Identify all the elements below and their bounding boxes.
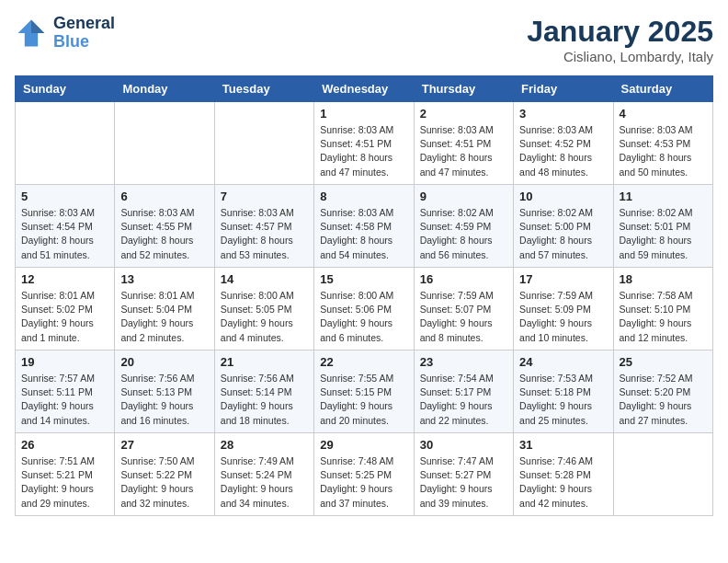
day-content: Sunrise: 8:02 AM Sunset: 4:59 PM Dayligh…	[420, 206, 507, 262]
title-block: January 2025 Cisliano, Lombardy, Italy	[527, 15, 713, 64]
day-content: Sunrise: 7:54 AM Sunset: 5:17 PM Dayligh…	[420, 372, 507, 428]
col-header-saturday: Saturday	[613, 76, 712, 102]
calendar-cell: 3Sunrise: 8:03 AM Sunset: 4:52 PM Daylig…	[514, 102, 613, 185]
day-number: 17	[519, 272, 607, 286]
calendar-cell: 24Sunrise: 7:53 AM Sunset: 5:18 PM Dayli…	[514, 350, 613, 433]
day-number: 27	[120, 438, 208, 452]
day-number: 29	[320, 438, 407, 452]
calendar-week-row: 5Sunrise: 8:03 AM Sunset: 4:54 PM Daylig…	[16, 185, 713, 268]
day-content: Sunrise: 7:47 AM Sunset: 5:27 PM Dayligh…	[420, 454, 507, 511]
calendar-cell: 8Sunrise: 8:03 AM Sunset: 4:58 PM Daylig…	[314, 185, 414, 268]
calendar-cell: 4Sunrise: 8:03 AM Sunset: 4:53 PM Daylig…	[613, 102, 712, 185]
day-content: Sunrise: 7:53 AM Sunset: 5:18 PM Dayligh…	[519, 372, 607, 428]
calendar-cell: 16Sunrise: 7:59 AM Sunset: 5:07 PM Dayli…	[414, 268, 513, 350]
day-number: 25	[620, 355, 707, 369]
col-header-monday: Monday	[115, 76, 214, 102]
calendar-week-row: 19Sunrise: 7:57 AM Sunset: 5:11 PM Dayli…	[16, 350, 713, 433]
calendar-cell: 29Sunrise: 7:48 AM Sunset: 5:25 PM Dayli…	[314, 433, 414, 516]
logo-line2: Blue	[53, 33, 115, 52]
day-number: 9	[420, 190, 507, 203]
calendar-cell	[16, 102, 115, 185]
col-header-wednesday: Wednesday	[314, 76, 414, 102]
day-content: Sunrise: 8:03 AM Sunset: 4:53 PM Dayligh…	[620, 123, 707, 179]
calendar-cell: 10Sunrise: 8:02 AM Sunset: 5:00 PM Dayli…	[514, 185, 613, 268]
day-content: Sunrise: 8:00 AM Sunset: 5:06 PM Dayligh…	[320, 289, 407, 345]
day-content: Sunrise: 7:50 AM Sunset: 5:22 PM Dayligh…	[120, 454, 208, 511]
day-content: Sunrise: 7:57 AM Sunset: 5:11 PM Dayligh…	[21, 372, 108, 428]
day-number: 23	[420, 355, 507, 369]
day-number: 24	[519, 355, 607, 369]
day-content: Sunrise: 8:00 AM Sunset: 5:05 PM Dayligh…	[221, 289, 308, 345]
day-number: 30	[420, 438, 507, 452]
day-content: Sunrise: 8:02 AM Sunset: 5:01 PM Dayligh…	[620, 206, 707, 262]
day-content: Sunrise: 8:03 AM Sunset: 4:51 PM Dayligh…	[320, 123, 407, 179]
page-header: General Blue January 2025 Cisliano, Lomb…	[15, 15, 713, 64]
svg-marker-1	[31, 19, 44, 32]
calendar-cell: 28Sunrise: 7:49 AM Sunset: 5:24 PM Dayli…	[214, 433, 313, 516]
day-number: 5	[21, 190, 108, 203]
day-content: Sunrise: 8:03 AM Sunset: 4:57 PM Dayligh…	[221, 206, 308, 262]
calendar-week-row: 12Sunrise: 8:01 AM Sunset: 5:02 PM Dayli…	[16, 268, 713, 350]
calendar-cell	[613, 433, 712, 516]
calendar-cell: 15Sunrise: 8:00 AM Sunset: 5:06 PM Dayli…	[314, 268, 414, 350]
day-content: Sunrise: 7:59 AM Sunset: 5:07 PM Dayligh…	[420, 289, 507, 345]
day-number: 4	[620, 107, 707, 121]
calendar-cell: 19Sunrise: 7:57 AM Sunset: 5:11 PM Dayli…	[16, 350, 115, 433]
day-number: 10	[519, 190, 607, 203]
logo-line1: General	[53, 15, 115, 33]
day-content: Sunrise: 8:01 AM Sunset: 5:04 PM Dayligh…	[120, 289, 208, 345]
day-number: 16	[420, 272, 507, 286]
day-number: 1	[320, 107, 407, 121]
day-content: Sunrise: 8:02 AM Sunset: 5:00 PM Dayligh…	[519, 206, 607, 262]
day-content: Sunrise: 7:46 AM Sunset: 5:28 PM Dayligh…	[519, 454, 607, 511]
calendar-cell: 17Sunrise: 7:59 AM Sunset: 5:09 PM Dayli…	[514, 268, 613, 350]
col-header-friday: Friday	[514, 76, 613, 102]
calendar-cell: 26Sunrise: 7:51 AM Sunset: 5:21 PM Dayli…	[16, 433, 115, 516]
calendar-cell: 25Sunrise: 7:52 AM Sunset: 5:20 PM Dayli…	[613, 350, 712, 433]
day-content: Sunrise: 7:51 AM Sunset: 5:21 PM Dayligh…	[21, 454, 108, 511]
day-number: 14	[221, 272, 308, 286]
col-header-sunday: Sunday	[16, 76, 115, 102]
day-number: 31	[519, 438, 607, 452]
day-content: Sunrise: 7:58 AM Sunset: 5:10 PM Dayligh…	[620, 289, 707, 345]
day-number: 26	[21, 438, 108, 452]
day-content: Sunrise: 7:59 AM Sunset: 5:09 PM Dayligh…	[519, 289, 607, 345]
calendar-cell: 18Sunrise: 7:58 AM Sunset: 5:10 PM Dayli…	[613, 268, 712, 350]
day-content: Sunrise: 8:03 AM Sunset: 4:52 PM Dayligh…	[519, 123, 607, 179]
calendar-cell: 31Sunrise: 7:46 AM Sunset: 5:28 PM Dayli…	[514, 433, 613, 516]
calendar-cell	[214, 102, 313, 185]
day-number: 3	[519, 107, 607, 121]
calendar-cell: 12Sunrise: 8:01 AM Sunset: 5:02 PM Dayli…	[16, 268, 115, 350]
calendar-cell: 1Sunrise: 8:03 AM Sunset: 4:51 PM Daylig…	[314, 102, 414, 185]
day-content: Sunrise: 7:52 AM Sunset: 5:20 PM Dayligh…	[620, 372, 707, 428]
logo-icon	[15, 17, 48, 50]
calendar-cell: 13Sunrise: 8:01 AM Sunset: 5:04 PM Dayli…	[115, 268, 214, 350]
location: Cisliano, Lombardy, Italy	[527, 49, 713, 64]
day-number: 11	[620, 190, 707, 203]
calendar-cell: 6Sunrise: 8:03 AM Sunset: 4:55 PM Daylig…	[115, 185, 214, 268]
day-number: 21	[221, 355, 308, 369]
day-number: 20	[120, 355, 208, 369]
calendar-cell: 21Sunrise: 7:56 AM Sunset: 5:14 PM Dayli…	[214, 350, 313, 433]
day-content: Sunrise: 8:03 AM Sunset: 4:51 PM Dayligh…	[420, 123, 507, 179]
calendar-table: SundayMondayTuesdayWednesdayThursdayFrid…	[15, 75, 713, 516]
day-number: 8	[320, 190, 407, 203]
month-title: January 2025	[527, 15, 713, 49]
calendar-cell: 2Sunrise: 8:03 AM Sunset: 4:51 PM Daylig…	[414, 102, 513, 185]
day-number: 15	[320, 272, 407, 286]
day-content: Sunrise: 7:48 AM Sunset: 5:25 PM Dayligh…	[320, 454, 407, 511]
calendar-cell: 23Sunrise: 7:54 AM Sunset: 5:17 PM Dayli…	[414, 350, 513, 433]
col-header-tuesday: Tuesday	[214, 76, 313, 102]
calendar-cell: 14Sunrise: 8:00 AM Sunset: 5:05 PM Dayli…	[214, 268, 313, 350]
calendar-cell: 9Sunrise: 8:02 AM Sunset: 4:59 PM Daylig…	[414, 185, 513, 268]
day-number: 2	[420, 107, 507, 121]
calendar-cell: 30Sunrise: 7:47 AM Sunset: 5:27 PM Dayli…	[414, 433, 513, 516]
col-header-thursday: Thursday	[414, 76, 513, 102]
day-number: 13	[120, 272, 208, 286]
calendar-cell: 22Sunrise: 7:55 AM Sunset: 5:15 PM Dayli…	[314, 350, 414, 433]
day-number: 6	[120, 190, 208, 203]
day-content: Sunrise: 7:56 AM Sunset: 5:13 PM Dayligh…	[120, 372, 208, 428]
calendar-cell	[115, 102, 214, 185]
calendar-week-row: 1Sunrise: 8:03 AM Sunset: 4:51 PM Daylig…	[16, 102, 713, 185]
day-number: 18	[620, 272, 707, 286]
